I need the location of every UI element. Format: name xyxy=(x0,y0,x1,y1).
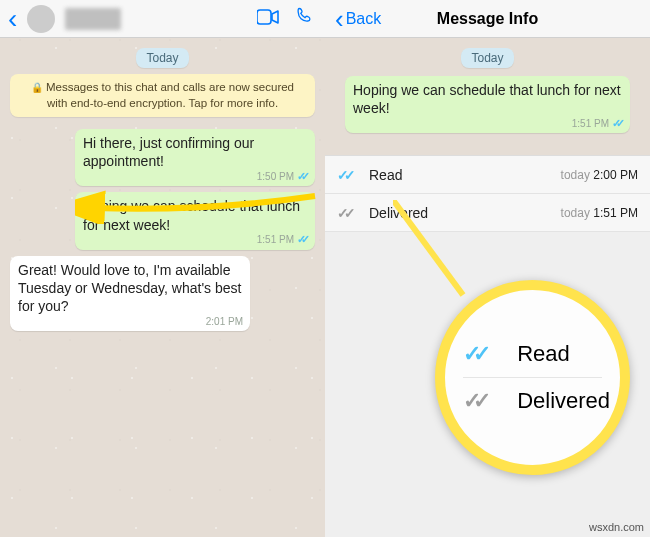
message-bubble-out: Hoping we can schedule that lunch for ne… xyxy=(75,192,315,249)
avatar[interactable] xyxy=(27,5,55,33)
chat-panel: ‹ Today 🔒Messages to this chat and calls… xyxy=(0,0,325,537)
status-time: 2:00 PM xyxy=(593,168,638,182)
message-text: Hoping we can schedule that lunch for ne… xyxy=(353,82,621,116)
back-icon[interactable]: ‹ xyxy=(8,5,17,33)
delivered-ticks-icon: ✓✓ xyxy=(337,205,357,221)
chat-header: ‹ xyxy=(0,0,325,38)
date-pill: Today xyxy=(461,48,513,68)
message-bubble-out: Hi there, just confirming our appointmen… xyxy=(75,129,315,186)
back-button[interactable]: ‹ Back xyxy=(335,6,381,32)
read-ticks-icon: ✓✓ xyxy=(297,169,305,183)
message-time: 1:50 PM xyxy=(257,170,294,183)
lock-icon: 🔒 xyxy=(31,82,43,93)
status-time: 1:51 PM xyxy=(593,206,638,220)
status-day: today xyxy=(561,168,590,182)
watermark: wsxdn.com xyxy=(589,521,644,533)
chevron-left-icon: ‹ xyxy=(335,6,344,32)
info-header: ‹ Back Message Info xyxy=(325,0,650,38)
status-read-row[interactable]: ✓✓ Read today 2:00 PM xyxy=(325,156,650,194)
message-row[interactable]: Hi there, just confirming our appointmen… xyxy=(0,127,325,190)
status-label: Delivered xyxy=(369,205,545,221)
status-list: ✓✓ Read today 2:00 PM ✓✓ Delivered today… xyxy=(325,155,650,232)
status-label: Read xyxy=(369,167,545,183)
encryption-banner[interactable]: 🔒Messages to this chat and calls are now… xyxy=(10,74,315,117)
read-ticks-icon: ✓✓ xyxy=(612,116,620,130)
back-label: Back xyxy=(346,10,382,28)
contact-name-redacted[interactable] xyxy=(65,8,121,30)
message-row[interactable]: Hoping we can schedule that lunch for ne… xyxy=(0,190,325,253)
message-time: 2:01 PM xyxy=(206,315,243,328)
read-ticks-icon: ✓✓ xyxy=(337,167,357,183)
date-pill: Today xyxy=(136,48,188,68)
status-day: today xyxy=(561,206,590,220)
svg-rect-0 xyxy=(257,10,271,24)
read-ticks-icon: ✓✓ xyxy=(297,232,305,246)
message-time: 1:51 PM xyxy=(572,117,609,130)
message-text: Great! Would love to, I'm available Tues… xyxy=(18,262,241,314)
video-call-icon[interactable] xyxy=(255,7,281,30)
voice-call-icon[interactable] xyxy=(291,6,317,31)
message-row: Hoping we can schedule that lunch for ne… xyxy=(335,74,640,145)
message-text: Hoping we can schedule that lunch for ne… xyxy=(83,198,300,232)
status-delivered-row[interactable]: ✓✓ Delivered today 1:51 PM xyxy=(325,194,650,232)
message-row[interactable]: Great! Would love to, I'm available Tues… xyxy=(0,254,325,336)
message-time: 1:51 PM xyxy=(257,233,294,246)
message-bubble-in: Great! Would love to, I'm available Tues… xyxy=(10,256,250,332)
message-bubble-out: Hoping we can schedule that lunch for ne… xyxy=(345,76,630,133)
message-text: Hi there, just confirming our appointmen… xyxy=(83,135,254,169)
encryption-text: Messages to this chat and calls are now … xyxy=(46,81,294,109)
message-info-panel: ‹ Back Message Info Today Hoping we can … xyxy=(325,0,650,537)
